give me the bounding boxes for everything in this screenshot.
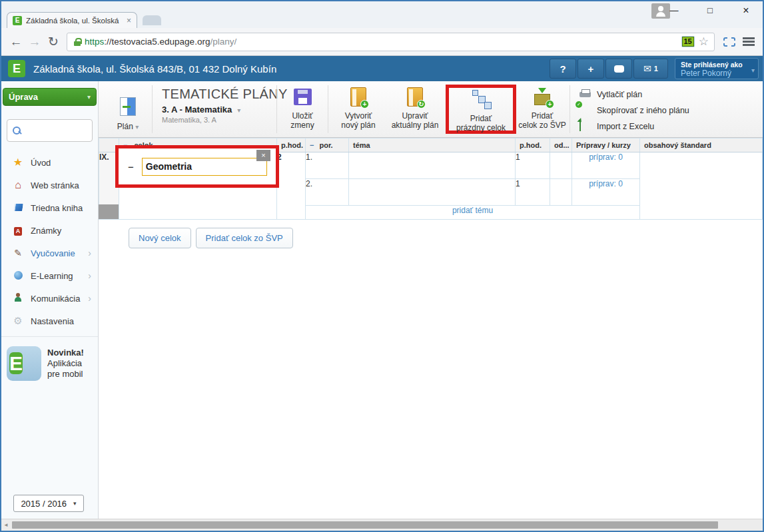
svp-package-icon: + <box>534 85 551 108</box>
url-box[interactable]: https://testovacia5.edupage.org/plany/ 1… <box>67 33 715 51</box>
school-year-value: 2015 / 2016 <box>21 499 67 509</box>
topic-hours: 1 <box>516 179 550 206</box>
copy-box-icon <box>579 105 593 116</box>
sidebar-item-elearning[interactable]: E-Learning › <box>1 264 98 287</box>
unit-name-input[interactable] <box>142 158 267 176</box>
messages-button[interactable]: ✉ 1 <box>633 59 668 79</box>
close-icon[interactable]: × <box>256 150 270 161</box>
browser-tab[interactable]: E Základná škola, ul. Školská × <box>7 12 137 28</box>
scrollbar-fragment[interactable] <box>99 204 119 219</box>
chevron-down-icon: ▾ <box>237 107 240 114</box>
edit-mode-button[interactable]: Úprava ▾ <box>3 88 97 106</box>
new-unit-button[interactable]: Nový celok <box>129 228 191 248</box>
book-icon <box>12 202 24 213</box>
prep-link[interactable]: príprav: 0 <box>589 179 623 188</box>
add-empty-unit-button[interactable]: Pridaťprázdny celok <box>449 87 513 133</box>
help-button[interactable]: ? <box>550 59 576 79</box>
toolbar-separator <box>328 85 328 133</box>
topic-name-cell[interactable] <box>349 152 516 179</box>
add-topic-cell: pridať tému <box>306 206 640 220</box>
topic-number: 2. <box>306 179 349 206</box>
sidebar-item-vyucovanie[interactable]: ✎ Vyučovanie › <box>1 242 98 264</box>
fullscreen-icon[interactable] <box>723 37 736 47</box>
chevron-right-icon: › <box>88 248 91 258</box>
chevron-down-icon: ▾ <box>87 93 91 101</box>
window-controls: — □ × <box>664 3 756 19</box>
menu-icon[interactable] <box>743 37 755 46</box>
chevron-down-icon: ▾ <box>135 123 139 131</box>
scrollbar-thumb[interactable] <box>12 521 718 529</box>
mail-count: 1 <box>654 65 658 73</box>
lock-icon <box>74 38 81 46</box>
header-actions: ? + ✉ 1 Ste prihlásený ako Peter Pokorný… <box>548 58 763 79</box>
save-changes-button[interactable]: Uložiťzmeny <box>280 81 325 137</box>
create-new-plan-button[interactable]: + Vytvoriťnový plán <box>331 81 386 137</box>
url-text[interactable]: https://testovacia5.edupage.org/plany/ <box>85 37 681 47</box>
standard-cell <box>640 152 763 220</box>
school-name: Základná škola, ul. Školská 843/B, 01 43… <box>33 63 276 75</box>
user-name: Peter Pokorný <box>681 69 749 78</box>
topic-od-cell <box>550 152 572 179</box>
search-input[interactable] <box>25 125 87 136</box>
mail-icon: ✉ <box>643 63 651 74</box>
collapse-icon[interactable]: − <box>310 141 314 149</box>
maximize-button[interactable]: □ <box>700 3 720 19</box>
sidebar: Úprava ▾ ★ Úvod ⌂ Web stránka Triedna kn… <box>1 81 99 519</box>
topic-name-cell[interactable] <box>349 179 516 206</box>
import-excel-item[interactable]: Import z Excelu <box>579 119 689 134</box>
edupage-app-logo: E <box>7 346 41 381</box>
subject-dropdown[interactable]: 3. A - Matematika▾ <box>162 105 274 115</box>
toolbar-separator <box>276 85 277 133</box>
edit-current-plan-button[interactable]: ↻ Upraviťaktuálny plán <box>386 81 444 137</box>
star-icon: ★ <box>12 157 24 168</box>
bookmark-star-icon[interactable]: ☆ <box>699 35 709 49</box>
url-scheme: https <box>85 37 104 47</box>
scroll-left-icon[interactable]: ◄ <box>3 522 9 528</box>
chevron-down-icon: ▾ <box>751 67 755 74</box>
unit-hours-cell: 2 <box>277 152 306 220</box>
pen-icon: ✎ <box>12 248 24 258</box>
sidebar-item-komunikacia[interactable]: Komunikácia › <box>1 287 98 310</box>
excel-icon <box>579 121 593 132</box>
chevron-down-icon: ▾ <box>73 500 77 507</box>
edit-mode-label: Úprava <box>9 92 38 102</box>
plan-dropdown-button[interactable]: Plán ▾ <box>107 81 149 137</box>
new-plan-icon: + <box>350 85 366 108</box>
user-menu[interactable]: Ste prihlásený ako Peter Pokorný ▾ <box>675 58 759 79</box>
extension-badge[interactable]: 15 <box>681 36 695 47</box>
tab-close-icon[interactable]: × <box>125 16 133 25</box>
sidebar-item-triedna-kniha[interactable]: Triedna kniha <box>1 196 98 219</box>
mobile-app-promo[interactable]: E Novinka! Aplikácia pre mobil <box>7 346 94 381</box>
horizontal-scrollbar[interactable]: ◄ <box>1 519 763 531</box>
minimize-button[interactable]: — <box>664 3 684 19</box>
sidebar-item-znamky[interactable]: A Známky <box>1 219 98 242</box>
edupage-logo[interactable]: E <box>8 60 25 77</box>
search-icon <box>13 127 21 135</box>
add-unit-from-svp-button[interactable]: + Pridaťcelok zo ŠVP <box>518 81 567 137</box>
home-icon: ⌂ <box>12 180 24 190</box>
reload-icon[interactable]: ↻ <box>44 34 63 49</box>
sidebar-item-uvod[interactable]: ★ Úvod <box>1 151 98 174</box>
prep-link[interactable]: príprav: 0 <box>589 152 623 162</box>
plan-toolbar: Plán ▾ TEMATICKÉ PLÁNY 3. A - Matematika… <box>99 81 763 138</box>
close-button[interactable]: × <box>736 3 756 19</box>
gear-icon: ⚙ <box>12 316 24 326</box>
copy-from-plan-item[interactable]: Skopírovať z iného plánu <box>579 103 689 119</box>
school-year-select[interactable]: 2015 / 2016 ▾ <box>13 495 84 512</box>
save-icon <box>294 85 312 108</box>
add-topic-link[interactable]: pridať tému <box>452 206 493 215</box>
sidebar-item-web-stranka[interactable]: ⌂ Web stránka <box>1 174 98 196</box>
header-od: od... <box>550 138 572 152</box>
new-tab-button[interactable] <box>143 15 161 25</box>
toolbar-separator <box>152 85 153 133</box>
sidebar-item-nastavenia[interactable]: ⚙ Nastavenia <box>1 310 98 332</box>
sidebar-search[interactable] <box>7 119 93 142</box>
collapse-icon[interactable]: − <box>128 161 134 172</box>
add-unit-svp-button[interactable]: Pridať celok zo ŠVP <box>196 228 293 248</box>
back-icon[interactable]: ← <box>7 35 25 49</box>
plan-table-wrap: −celok p.hod. −por. téma p.hod. od... Pr… <box>99 138 763 220</box>
chat-button[interactable] <box>605 59 632 79</box>
header-tema: téma <box>349 138 516 152</box>
add-button[interactable]: + <box>577 59 604 79</box>
print-plan-item[interactable]: Vytlačiť plán <box>579 87 689 103</box>
